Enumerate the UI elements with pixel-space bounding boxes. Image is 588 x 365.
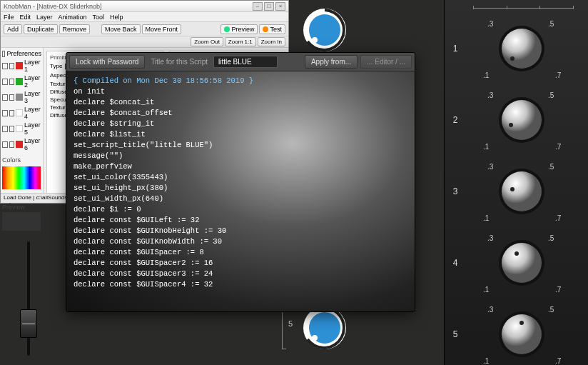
knob-row: 1 .3 .5 .1 .7 [445,13,588,84]
layer-swatch-icon [16,94,23,101]
svg-point-16 [502,243,542,283]
duplicate-button[interactable]: Duplicate [24,24,58,34]
lock-password-button[interactable]: Lock with Password [69,55,145,69]
knob-rack-panel: 1 .3 .5 .1 .7 2 .3.5.1.7 3 .3.5.1.7 4 .3… [444,0,588,365]
knob-index-label: 5 [288,319,293,328]
add-button[interactable]: Add [4,24,22,34]
svg-point-13 [502,171,542,211]
menu-file[interactable]: File [4,14,14,21]
layer-row[interactable]: Layer 3 [2,89,41,105]
menu-layer[interactable]: Layer [36,14,53,21]
layer-swatch-icon [16,141,23,148]
script-title-input[interactable] [213,56,278,68]
prefs-checkbox[interactable] [2,51,5,57]
layer-row[interactable]: Layer 5 [2,121,41,136]
knob-row: 3 .3.5.1.7 [445,156,588,227]
zoom11-button[interactable]: Zoom 1:1 [225,37,256,46]
svg-point-5 [312,335,318,341]
svg-point-19 [502,314,542,354]
svg-point-8 [510,56,514,61]
movefront-button[interactable]: Move Front [142,24,182,34]
zoomin-button[interactable]: Zoom In [258,37,285,46]
menu-edit[interactable]: Edit [20,14,31,21]
row-number: 5 [445,329,466,339]
svg-point-17 [514,251,519,256]
row-number: 3 [445,186,466,196]
layer-row[interactable]: Layer 2 [2,74,41,89]
remove-button[interactable]: Remove [59,24,91,34]
preferences-label: Preferences [6,50,41,57]
svg-point-7 [502,29,542,69]
close-button[interactable]: × [275,2,285,11]
script-toolbar: Lock with Password Title for this Script… [66,53,415,71]
knob-row: 5 .3.5.1.7 [445,299,588,365]
editor-titlebar[interactable]: KnobMan - [Native-DX Sliderknob] – □ × [1,1,288,12]
maximize-button[interactable]: □ [264,2,274,11]
knob[interactable] [498,239,545,286]
script-code-area[interactable]: { Compiled on Mon Dec 30 18:56:58 2019 }… [66,71,415,311]
layer-swatch-icon [16,125,23,132]
fader-area [0,231,68,365]
svg-point-2 [312,37,318,43]
menu-help[interactable]: Help [110,14,123,21]
layer-row[interactable]: Layer 6 [2,136,41,152]
moveback-button[interactable]: Move Back [101,24,141,34]
row-number: 4 [445,258,466,268]
layer-row[interactable]: Layer 4 [2,105,41,121]
knob-row: 2 .3.5.1.7 [445,84,588,156]
svg-point-11 [509,123,513,127]
fader-handle[interactable] [20,309,37,338]
layer-swatch-icon [16,62,23,69]
script-title-label: Title for this Script [148,58,211,66]
layers-panel: Preferences Layer 1 Layer 2 Layer 3 Laye… [1,48,44,203]
layer-swatch-icon [16,109,23,116]
editor-title-text: KnobMan - [Native-DX Sliderknob] [4,3,102,10]
editor-toggle-button[interactable]: ... Editor / ... [360,55,412,69]
knob-row: 4 .3.5.1.7 [445,227,588,299]
knob[interactable] [498,168,545,215]
fader-track [27,241,30,356]
knob[interactable] [498,96,545,144]
knob[interactable] [498,311,545,358]
menu-animation[interactable]: Animation [59,14,87,21]
zoomout-button[interactable]: Zoom Out [191,37,223,46]
row-number: 1 [445,44,466,54]
minimize-button[interactable]: – [253,2,263,11]
blue-knob-preview [300,6,349,54]
svg-point-14 [510,187,514,191]
color-picker[interactable] [2,166,41,189]
svg-point-10 [502,100,542,140]
svg-point-20 [519,321,524,325]
preview-button[interactable]: Preview [220,24,258,34]
knob[interactable] [498,25,545,72]
script-editor-window: Lock with Password Title for this Script… [66,52,415,312]
row-number: 2 [445,115,466,125]
menu-tool[interactable]: Tool [93,14,105,21]
apply-from-button[interactable]: Apply from... [305,55,358,69]
layer-row[interactable]: Layer 1 [2,58,41,74]
ruler-icon [473,6,574,11]
colors-label: Colors [2,156,41,164]
layer-swatch-icon [16,78,23,85]
editor-menu: File Edit Layer Animation Tool Help [1,12,288,22]
editor-toolbar: Add Duplicate Remove Move Back Move Fron… [1,22,288,36]
test-button[interactable]: Test [259,24,285,34]
